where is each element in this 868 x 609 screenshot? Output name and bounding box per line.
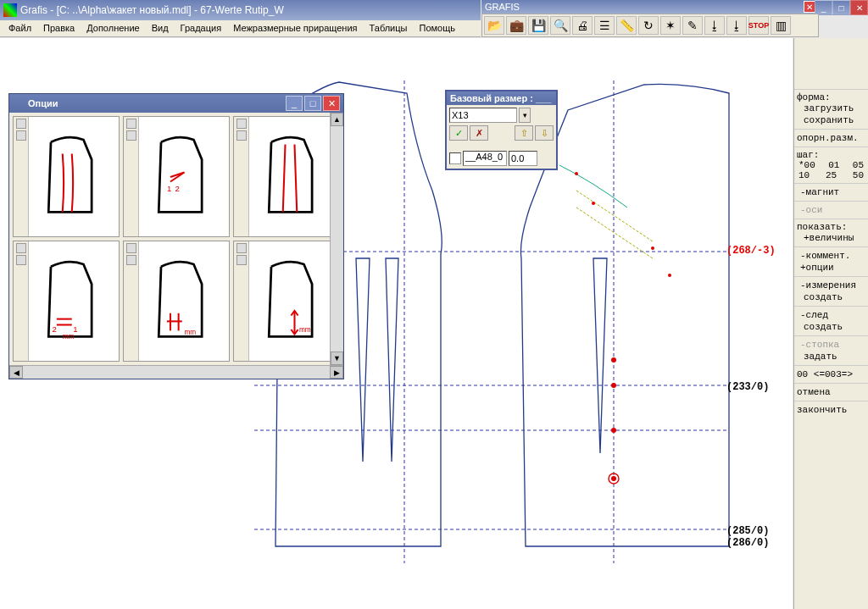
x-button[interactable]: ✗: [470, 125, 488, 141]
options-title: Опции: [28, 98, 284, 108]
svg-point-10: [575, 172, 578, 175]
step-05[interactable]: 05: [853, 160, 864, 170]
undo-icon[interactable]: ✎: [682, 16, 703, 35]
options-minimize[interactable]: _: [286, 96, 303, 111]
down-button[interactable]: ⇩: [535, 125, 554, 141]
app-icon: [3, 3, 17, 17]
menubar: Файл Правка Дополнение Вид Градация Межр…: [0, 20, 481, 37]
ref-size[interactable]: опорн.разм.: [797, 132, 865, 144]
stack-icon[interactable]: ☰: [594, 16, 615, 35]
field-checkbox[interactable]: [449, 152, 461, 164]
annotation-1: (268/-3): [726, 245, 776, 257]
menu-addon[interactable]: Дополнение: [81, 22, 144, 35]
side-panel: форма: загрузить сохранить опорн.разм. ш…: [793, 38, 868, 609]
menu-gradation[interactable]: Градация: [175, 22, 227, 35]
svg-text:mm: mm: [299, 325, 311, 333]
svg-point-11: [592, 202, 595, 205]
cancel-button[interactable]: отмена: [797, 386, 865, 398]
maximize-button[interactable]: □: [832, 0, 850, 15]
size-dropdown-icon[interactable]: ▾: [519, 108, 531, 123]
options-titlebar[interactable]: Опции _ □ ✕: [9, 94, 343, 113]
svg-point-12: [651, 246, 654, 250]
menu-file[interactable]: Файл: [3, 22, 36, 35]
menu-edit[interactable]: Правка: [38, 22, 80, 35]
field-value[interactable]: [509, 151, 537, 166]
options-grid: 12 21mm mm mm: [9, 113, 343, 365]
close-button[interactable]: ✕: [850, 0, 868, 15]
step-10[interactable]: 10: [798, 170, 810, 180]
down1-icon[interactable]: ⭳: [704, 16, 725, 35]
svg-point-8: [611, 428, 616, 433]
grafis-titlebar: GRAFIS ✕: [481, 0, 819, 14]
svg-text:2: 2: [175, 183, 179, 192]
option-2[interactable]: 12: [123, 116, 230, 237]
star-icon[interactable]: ✶: [660, 16, 681, 35]
svg-text:2: 2: [52, 324, 56, 333]
options-hscrollbar[interactable]: ◀ ▶: [9, 365, 343, 379]
menu-intersize[interactable]: Межразмерные приращения: [228, 22, 362, 35]
axes-toggle[interactable]: -оси: [797, 204, 865, 216]
option-6[interactable]: mm: [233, 241, 340, 362]
grafis-title: GRAFIS: [485, 2, 520, 12]
show-label: показать:: [797, 222, 865, 232]
ruler-icon[interactable]: 📏: [616, 16, 637, 35]
window-controls: _ □ ✕: [815, 0, 868, 15]
option-1[interactable]: [13, 116, 120, 237]
trace-toggle[interactable]: -след: [797, 309, 865, 321]
menu-tables[interactable]: Таблицы: [364, 22, 413, 35]
measure-toggle[interactable]: -измерения: [797, 280, 865, 291]
up-button[interactable]: ⇧: [515, 125, 533, 141]
stack-toggle[interactable]: -стопка: [797, 339, 865, 351]
shape-load[interactable]: загрузить: [797, 102, 865, 114]
toolbar: 📂 💼 💾 🔍 🖨 ☰ 📏 ↻ ✶ ✎ ⭳ ⭳ STOP ▥: [481, 14, 819, 37]
step-label: шаг:: [797, 150, 865, 160]
grafis-close-icon[interactable]: ✕: [804, 1, 815, 13]
step-25[interactable]: 25: [826, 170, 837, 180]
option-5[interactable]: mm: [123, 241, 230, 362]
svg-text:mm: mm: [184, 328, 196, 335]
magnet-toggle[interactable]: -магнит: [797, 186, 865, 198]
annotation-3: (285/0): [726, 525, 769, 537]
finish-button[interactable]: закончить: [797, 404, 865, 416]
show-values[interactable]: +величины: [797, 232, 865, 244]
step-50[interactable]: 50: [853, 170, 864, 180]
shape-label: форма:: [797, 92, 865, 102]
down2-icon[interactable]: ⭳: [726, 16, 747, 35]
menu-view[interactable]: Вид: [147, 22, 174, 35]
check-button[interactable]: ✓: [449, 125, 468, 141]
options-maximize[interactable]: □: [304, 96, 321, 111]
open-icon[interactable]: 📂: [484, 16, 504, 35]
refresh-icon[interactable]: ↻: [638, 16, 659, 35]
base-size-title[interactable]: Базовый размер : ___: [447, 91, 556, 105]
scroll-right-icon[interactable]: ▶: [330, 366, 343, 379]
step-01[interactable]: 01: [828, 160, 839, 170]
trace-create[interactable]: создать: [797, 321, 865, 333]
zoom-icon[interactable]: 🔍: [550, 16, 570, 35]
save-icon[interactable]: 💾: [528, 16, 548, 35]
step-00[interactable]: *00: [798, 160, 815, 170]
counter[interactable]: 00 <=003=>: [797, 368, 865, 380]
comment-toggle[interactable]: -коммент.: [797, 250, 865, 262]
scroll-down-icon[interactable]: ▼: [331, 352, 343, 365]
shape-save[interactable]: сохранить: [797, 114, 865, 126]
scroll-left-icon[interactable]: ◀: [9, 366, 23, 379]
stop-icon[interactable]: STOP: [748, 16, 769, 35]
menu-help[interactable]: Помощь: [414, 22, 460, 35]
measure-create[interactable]: создать: [797, 291, 865, 303]
stack-set[interactable]: задать: [797, 351, 865, 363]
options-toggle[interactable]: +опции: [797, 262, 865, 274]
option-3[interactable]: [233, 116, 340, 237]
options-vscrollbar[interactable]: ▲ ▼: [330, 113, 343, 365]
options-close[interactable]: ✕: [323, 96, 340, 111]
option-4[interactable]: 21mm: [13, 241, 120, 362]
size-input[interactable]: [449, 108, 517, 123]
svg-text:mm: mm: [62, 333, 74, 340]
scroll-up-icon[interactable]: ▲: [331, 113, 343, 126]
field-name[interactable]: __A48_0: [463, 151, 507, 166]
svg-point-7: [611, 383, 616, 388]
case-icon[interactable]: 💼: [506, 16, 526, 35]
screen-icon[interactable]: ▥: [771, 16, 791, 35]
svg-text:1: 1: [166, 183, 170, 192]
print-icon[interactable]: 🖨: [572, 16, 593, 35]
base-size-panel[interactable]: Базовый размер : ___ ▾ ✓ ✗ ⇧ ⇩ __A48_0: [445, 90, 558, 170]
